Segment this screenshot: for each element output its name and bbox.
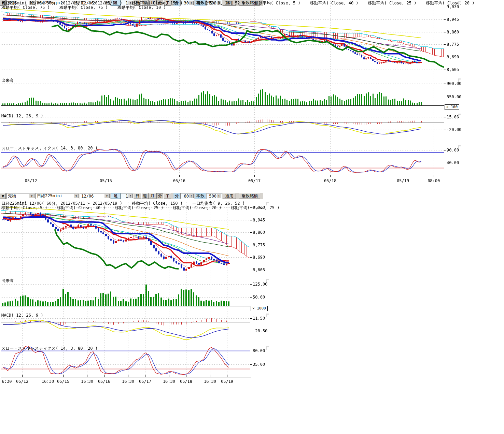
x-axis-label: 05/18	[324, 178, 336, 183]
indicator-label: 一目均衡表( 9, 26, 52 )	[192, 1, 245, 5]
x-axis-label: 16:30	[122, 379, 134, 384]
y-axis-label: 125.00	[253, 282, 267, 287]
x-axis-label: 16:30	[81, 379, 93, 384]
indicator-label: 移動平均( Close, 5 )	[254, 1, 300, 5]
chart-panel-30min: 日経225mini 12/06( 30分, 2012/05/11 - 2012/…	[0, 0, 504, 187]
chart-canvas-60min[interactable]	[0, 193, 273, 398]
x-axis-label: 05/15	[57, 379, 69, 384]
pane-grip[interactable]	[458, 145, 461, 149]
y-axis-label: 9,030	[253, 205, 265, 210]
y-axis-label: 8,775	[447, 42, 459, 47]
panel-title-volume: 出来高	[1, 278, 14, 284]
pane-grip[interactable]	[458, 78, 461, 82]
y-axis-label: 90.00	[447, 148, 459, 153]
y-axis-label: 8,605	[447, 67, 459, 72]
y-axis-label: 50.00	[253, 295, 265, 300]
x-axis-label: 08:00	[428, 178, 440, 183]
x-axis-label: 05/12	[25, 178, 37, 183]
panel-title-macd: MACD( 12, 26, 9 )	[1, 114, 43, 118]
x-axis-label: 05/17	[139, 379, 151, 384]
y-axis-label: 8,945	[253, 218, 265, 222]
indicator-label: 移動平均( Close, 75 )	[59, 5, 108, 10]
x-axis-label: 05/19	[397, 178, 409, 183]
y-axis-label: 8,690	[447, 55, 459, 59]
chart-header-line2: 移動平均( Close, 75 )移動平均( Close, 75 )移動平均( …	[1, 5, 176, 11]
y-axis-label: 11.50	[253, 316, 265, 321]
x-axis-label: 16:30	[42, 379, 54, 384]
y-axis-label: 8,860	[447, 30, 459, 34]
y-axis-label: 40.00	[447, 160, 459, 165]
y-axis-label: 350.00	[447, 95, 461, 99]
pane-grip[interactable]	[266, 202, 269, 205]
panel-title-volume: 出来高	[1, 78, 14, 84]
indicator-label: 移動平均( Close, 75 )	[1, 5, 50, 10]
indicator-label: 移動平均( Close, 25 )	[115, 205, 164, 210]
indicator-label: 移動平均( Close, 40 )	[57, 205, 106, 210]
indicator-label: 移動平均( Close, 10 )	[117, 5, 166, 10]
volume-scale-box: × 100	[445, 104, 459, 110]
chart-canvas-30min[interactable]	[0, 0, 451, 186]
x-axis-label: 05/16	[173, 178, 185, 183]
y-axis-label: 8,605	[253, 267, 265, 272]
y-axis-label: 8,775	[253, 243, 265, 247]
y-axis-label: 8,860	[253, 230, 265, 235]
x-axis-label: 05/12	[16, 379, 28, 384]
y-axis-label: 80.00	[253, 348, 265, 353]
pane-grip[interactable]	[458, 1, 461, 5]
panel-title-macd: MACD( 12, 26, 9 )	[1, 313, 43, 318]
indicator-label: 移動平均( Close, 20 )	[173, 205, 222, 210]
panel-title-stochastics: スロー・ストキャスティクス( 14, 3, 80, 20 )	[1, 346, 98, 351]
indicator-label: 移動平均( Close, 25 )	[368, 1, 417, 5]
x-axis-label: 16:30	[163, 379, 175, 384]
x-axis-label: 05/17	[248, 178, 261, 183]
x-axis-label: 05/18	[180, 379, 192, 384]
chart-panel-60min: 日経225mini 12/06( 60分, 2012/05/11 - 2012/…	[0, 193, 280, 398]
y-axis-label: -28.50	[253, 329, 267, 333]
y-axis-label: -20.00	[447, 127, 461, 132]
x-axis-label: 05/16	[98, 379, 110, 384]
pane-grip[interactable]	[458, 114, 461, 117]
pane-grip[interactable]	[266, 346, 269, 350]
panel-title-stochastics: スロー・ストキャスティクス( 14, 3, 80, 20 )	[1, 145, 98, 151]
pane-grip[interactable]	[266, 314, 269, 317]
pane-grip[interactable]	[266, 279, 269, 283]
indicator-label: 移動平均( Close, 40 )	[310, 1, 359, 5]
y-axis-label: 9,030	[447, 4, 459, 9]
y-axis-label: 900.00	[447, 81, 461, 86]
y-axis-label: 8,690	[253, 255, 265, 260]
y-axis-label: 35.00	[253, 362, 265, 367]
x-axis-label: 05/15	[100, 178, 112, 183]
y-axis-label: 8,945	[447, 17, 459, 22]
volume-scale-box: × 1000	[251, 306, 268, 311]
indicator-label: 移動平均( Close, 5 )	[1, 205, 47, 210]
x-axis-label: 6:30	[2, 379, 12, 384]
chart-header-line2: 移動平均( Close, 5 )移動平均( Close, 40 )移動平均( C…	[1, 205, 289, 211]
y-axis-label: 15.00	[447, 115, 459, 119]
x-axis-label: 05/19	[221, 379, 233, 384]
x-axis-label: 16:30	[204, 379, 216, 384]
